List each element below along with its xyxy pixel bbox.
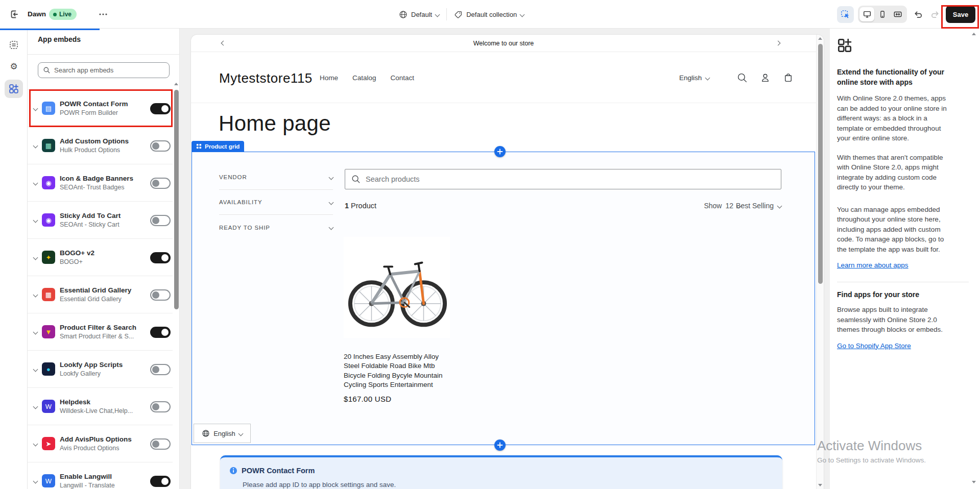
app-embed-row[interactable]: ▤ POWR Contact Form POWR Form Builder (28, 89, 173, 127)
app-icon-glyph: ▦ (45, 291, 52, 298)
toggle-knob (152, 403, 159, 410)
app-embed-name: Helpdesk (60, 398, 141, 406)
footer-language-selector[interactable]: English (194, 424, 251, 443)
scroll-down-arrow[interactable] (818, 484, 822, 486)
chevron-down-icon[interactable] (33, 292, 38, 297)
app-embed-toggle[interactable] (150, 178, 171, 189)
inspector-button[interactable] (837, 6, 854, 23)
filter-row[interactable]: VENDOR (219, 165, 333, 190)
app-embed-toggle[interactable] (150, 364, 171, 375)
chevron-down-icon[interactable] (33, 143, 38, 148)
show-per-page-dropdown[interactable]: Show 12 (704, 202, 740, 210)
app-embed-texts: Helpdesk Willdesk-Live Chat,Help... (60, 398, 141, 414)
undo-icon (913, 10, 923, 19)
app-embed-row[interactable]: W Enable Langwill Langwill - Translate (28, 462, 173, 489)
fullscreen-preview-button[interactable] (891, 7, 905, 21)
app-embed-toggle[interactable] (150, 401, 171, 412)
chevron-down-icon[interactable] (33, 478, 38, 483)
panel-heading: Extend the functionality of your online … (837, 67, 955, 87)
save-button[interactable]: Save (946, 6, 975, 23)
sections-tab-button[interactable] (5, 36, 23, 54)
info-icon (229, 467, 237, 475)
app-embed-texts: Product Filter & Search Smart Product Fi… (60, 324, 141, 340)
app-embed-row[interactable]: ▦ Add Custom Options Hulk Product Option… (28, 127, 173, 164)
chevron-down-icon (435, 12, 440, 17)
add-section-above-button[interactable] (494, 146, 506, 157)
collection-preview-dropdown[interactable]: Default collection (454, 10, 524, 19)
preview-scrollbar[interactable] (816, 35, 824, 489)
filter-row[interactable]: AVAILABILITY (219, 190, 333, 215)
app-embed-row[interactable]: ◉ Sticky Add To Cart SEOAnt - Sticky Car… (28, 201, 173, 238)
app-embeds-tab-button[interactable] (5, 80, 23, 98)
product-search[interactable] (345, 169, 781, 189)
app-embed-vendor: Smart Product Filter & S... (60, 333, 141, 340)
chevron-down-icon[interactable] (33, 329, 38, 334)
scroll-down-arrow[interactable] (972, 481, 976, 483)
store-account-button[interactable] (757, 70, 773, 85)
app-embed-row[interactable]: ▼ Product Filter & Search Smart Product … (28, 313, 173, 350)
chevron-down-icon[interactable] (33, 180, 38, 185)
chevron-down-icon[interactable] (33, 106, 38, 111)
undo-button[interactable] (911, 8, 924, 21)
live-badge-label: Live (59, 11, 71, 18)
app-embed-row[interactable]: ◉ Icon & Badge Banners SEOAnt- Trust Bad… (28, 164, 173, 201)
more-options-button[interactable] (96, 9, 110, 19)
sort-dropdown[interactable]: Best Selling (736, 202, 781, 210)
chevron-down-icon[interactable] (33, 255, 38, 260)
filter-row[interactable]: READY TO SHIP (219, 215, 333, 240)
app-embed-vendor: SEOAnt- Trust Badges (60, 184, 141, 191)
app-embed-toggle[interactable] (150, 438, 171, 450)
search-products-input[interactable] (366, 175, 775, 183)
notice-title: POWR Contact Form (242, 467, 315, 475)
app-embeds-search[interactable] (38, 62, 170, 78)
learn-more-apps-link[interactable]: Learn more about apps (837, 261, 909, 269)
theme-settings-tab-button[interactable]: ⚙ (5, 57, 23, 76)
language-preview-dropdown[interactable]: Default (399, 10, 439, 19)
exit-editor-button[interactable] (6, 7, 22, 22)
desktop-preview-button[interactable] (859, 7, 874, 21)
store-nav-link[interactable]: Home (320, 74, 338, 82)
store-nav-link[interactable]: Contact (391, 74, 415, 82)
app-embed-toggle[interactable] (150, 327, 171, 338)
chevron-down-icon[interactable] (33, 217, 38, 223)
show-value: 12 (725, 202, 733, 210)
app-embed-toggle[interactable] (150, 215, 171, 226)
sidebar-scrollbar[interactable] (173, 82, 180, 489)
app-embed-toggle[interactable] (150, 476, 171, 487)
chevron-down-icon[interactable] (33, 441, 38, 446)
search-app-embeds-input[interactable] (54, 66, 164, 74)
product-title[interactable]: 20 Inches Easy Assembly Alloy Steel Fold… (344, 352, 448, 389)
chevron-down-icon[interactable] (33, 404, 38, 409)
scroll-up-arrow[interactable] (818, 37, 822, 40)
chevron-down-icon (329, 225, 334, 230)
app-embed-row[interactable]: ▦ Essential Grid Gallery Essential Grid … (28, 276, 173, 313)
app-embed-toggle[interactable] (150, 140, 171, 152)
product-card[interactable]: 20 Inches Easy Assembly Alloy Steel Fold… (344, 237, 451, 403)
app-embed-row[interactable]: W Helpdesk Willdesk-Live Chat,Help... (28, 387, 173, 425)
scroll-up-arrow[interactable] (972, 33, 976, 35)
store-cart-button[interactable] (780, 70, 796, 85)
product-grid-section-tab[interactable]: Product grid (192, 141, 244, 152)
scroll-up-arrow[interactable] (174, 83, 178, 85)
app-embed-row[interactable]: ● Lookfy App Scripts Lookfy Gallery (28, 350, 173, 387)
app-embed-toggle[interactable] (150, 289, 171, 301)
chevron-down-icon[interactable] (33, 366, 38, 372)
scrollbar-thumb[interactable] (818, 44, 823, 284)
mobile-preview-button[interactable] (875, 7, 890, 21)
desktop-icon (863, 10, 872, 19)
app-embed-toggle[interactable] (150, 252, 171, 263)
app-store-link[interactable]: Go to Shopify App Store (837, 342, 911, 350)
add-section-below-button[interactable] (494, 439, 506, 451)
toggle-knob (152, 366, 159, 373)
app-embed-toggle[interactable] (150, 103, 171, 114)
store-nav-link[interactable]: Catalog (352, 74, 376, 82)
redo-button[interactable] (928, 8, 942, 21)
panel-paragraph: You can manage apps embedded throughout … (837, 205, 954, 255)
header-language-selector[interactable]: English (679, 74, 709, 82)
app-embed-row[interactable]: ➤ Add AvisPlus Options Avis Product Opti… (28, 425, 173, 462)
cart-bag-icon (783, 72, 794, 83)
scrollbar-thumb[interactable] (174, 90, 179, 309)
store-logo[interactable]: Myteststore115 (219, 70, 313, 86)
app-embed-row[interactable]: ✦ BOGO+ v2 BOGO+ (28, 238, 173, 276)
store-search-button[interactable] (734, 70, 750, 85)
